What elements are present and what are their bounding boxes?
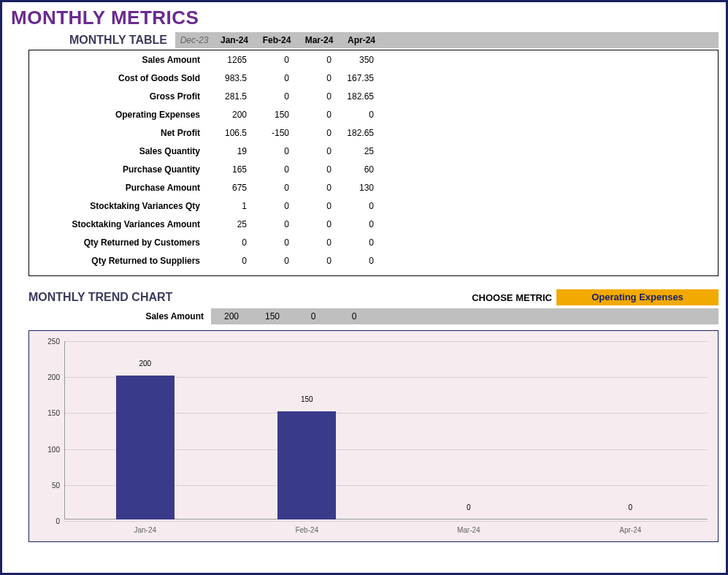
y-tick-label: 200: [38, 373, 60, 381]
bar-value-label: 0: [601, 503, 659, 511]
table-row: Stocktaking Variances Qty1000: [29, 197, 718, 215]
row-cell: 0: [294, 128, 336, 138]
row-cell: 0: [294, 237, 336, 248]
table-row: Stocktaking Variances Amount25000: [29, 215, 718, 233]
row-cell: 25: [336, 146, 378, 156]
row-cell: 0: [294, 146, 336, 156]
row-cell: 0: [336, 237, 378, 248]
x-tick-label: Apr-24: [601, 526, 659, 534]
bar-value-label: 150: [277, 395, 336, 403]
month-header-apr: Apr-24: [340, 35, 383, 45]
row-cell: 281.5: [209, 91, 251, 102]
row-cell: 0: [251, 201, 294, 211]
table-row: Sales Amount126500350: [29, 50, 718, 69]
row-label: Gross Profit: [29, 91, 209, 102]
month-header-feb: Feb-24: [256, 35, 298, 45]
row-cell: 1265: [209, 55, 251, 65]
row-cell: 0: [294, 183, 336, 193]
choose-metric-label: CHOOSE METRIC: [472, 292, 552, 303]
row-cell: 0: [251, 91, 294, 102]
trend-val-3: 0: [334, 311, 375, 321]
table-row: Qty Returned to Suppliers0000: [29, 251, 718, 270]
x-tick-label: Jan-24: [116, 526, 175, 534]
row-cell: 0: [294, 55, 336, 65]
row-cell: 0: [336, 201, 378, 211]
x-tick-label: Mar-24: [440, 526, 498, 534]
grid-line: [64, 341, 708, 342]
trend-chart-header: MONTHLY TREND CHART CHOOSE METRIC Operat…: [28, 289, 726, 305]
row-cell: 0: [251, 237, 294, 248]
y-tick-label: 50: [38, 481, 60, 489]
row-label: Net Profit: [29, 128, 209, 138]
y-tick-label: 250: [38, 338, 60, 346]
row-label: Stocktaking Variances Qty: [29, 201, 209, 211]
month-header-prev: Dec-23: [175, 35, 213, 45]
y-axis: [64, 341, 65, 519]
table-row: Cost of Goods Sold983.500167.35: [29, 69, 718, 87]
trend-chart-title: MONTHLY TREND CHART: [28, 291, 172, 304]
table-row: Purchase Quantity1650060: [29, 160, 718, 178]
row-cell: 675: [209, 183, 251, 193]
trend-data-row: Sales Amount 200 150 0 0: [28, 308, 719, 324]
row-cell: 106.5: [209, 128, 251, 138]
row-cell: 182.65: [336, 91, 378, 102]
plot-area: 050100150200250200Jan-24150Feb-240Mar-24…: [64, 341, 708, 519]
choose-metric-wrap: CHOOSE METRIC Operating Expenses: [472, 289, 719, 305]
row-cell: 0: [251, 183, 294, 193]
row-label: Qty Returned by Customers: [29, 237, 209, 248]
month-header-jan: Jan-24: [213, 35, 256, 45]
trend-val-2: 0: [293, 311, 334, 321]
row-cell: 0: [294, 256, 336, 266]
row-label: Sales Amount: [29, 55, 209, 65]
row-cell: 19: [209, 146, 251, 156]
table-row: Gross Profit281.500182.65: [29, 87, 718, 105]
row-label: Stocktaking Variances Amount: [29, 219, 209, 229]
table-row: Sales Quantity190025: [29, 142, 718, 160]
bar-value-label: 0: [440, 503, 498, 511]
chart-bar: [277, 411, 336, 519]
y-tick-label: 150: [38, 409, 60, 417]
row-cell: 0: [336, 110, 378, 120]
row-cell: 150: [251, 110, 294, 120]
table-row: Qty Returned by Customers0000: [29, 233, 718, 251]
row-cell: 200: [209, 110, 251, 120]
x-tick-label: Feb-24: [277, 526, 336, 534]
row-label: Qty Returned to Suppliers: [29, 256, 209, 266]
row-cell: 0: [251, 146, 294, 156]
row-cell: 0: [294, 164, 336, 175]
table-row: Purchase Amount67500130: [29, 178, 718, 197]
row-cell: 0: [209, 237, 251, 248]
trend-chart: 050100150200250200Jan-24150Feb-240Mar-24…: [28, 330, 719, 542]
row-cell: 0: [251, 55, 294, 65]
trend-val-1: 150: [252, 311, 293, 321]
metric-select[interactable]: Operating Expenses: [556, 289, 719, 305]
row-label: Purchase Quantity: [29, 164, 209, 175]
y-tick-label: 100: [38, 445, 60, 453]
row-cell: 0: [294, 219, 336, 229]
monthly-table-title: MONTHLY TABLE: [69, 34, 175, 47]
monthly-table-header: MONTHLY TABLE Dec-23 Jan-24 Feb-24 Mar-2…: [69, 32, 726, 48]
row-cell: 0: [294, 201, 336, 211]
row-cell: 182.65: [336, 128, 378, 138]
row-cell: 1: [209, 201, 251, 211]
row-cell: 0: [294, 73, 336, 83]
row-label: Operating Expenses: [29, 110, 209, 120]
y-tick-label: 0: [38, 517, 60, 525]
month-header-mar: Mar-24: [298, 35, 340, 45]
trend-row-label: Sales Amount: [28, 311, 211, 321]
row-cell: 0: [209, 256, 251, 266]
trend-values-bar: 200 150 0 0: [211, 308, 719, 324]
row-cell: 0: [336, 256, 378, 266]
row-cell: 983.5: [209, 73, 251, 83]
row-cell: 0: [336, 219, 378, 229]
table-row: Net Profit106.5-1500182.65: [29, 123, 718, 142]
row-cell: 0: [251, 73, 294, 83]
row-cell: 0: [294, 91, 336, 102]
dashboard-container: MONTHLY METRICS MONTHLY TABLE Dec-23 Jan…: [0, 0, 728, 575]
row-label: Cost of Goods Sold: [29, 73, 209, 83]
month-header-bar: Dec-23 Jan-24 Feb-24 Mar-24 Apr-24: [175, 32, 719, 48]
row-cell: 165: [209, 164, 251, 175]
grid-line: [64, 521, 708, 522]
table-row: Operating Expenses20015000: [29, 105, 718, 123]
row-cell: 167.35: [336, 73, 378, 83]
